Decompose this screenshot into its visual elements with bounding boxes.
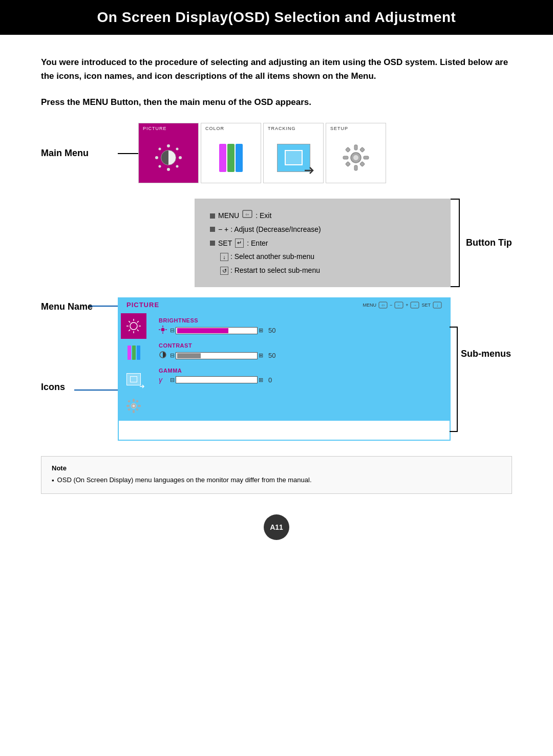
setup-visual (326, 133, 386, 183)
button-tip-area: MENU ⇦ : Exit − + : Adjust (Decrease/Inc… (41, 199, 512, 287)
menu-name-line (90, 306, 118, 307)
osd-sidebar (119, 311, 148, 421)
note-content: OSD (On Screen Display) menu languages o… (57, 475, 312, 485)
page-number-text: A11 (270, 523, 283, 531)
set-key-icon: ↵ (235, 239, 244, 247)
gamma-slider-row: γ ⊟ ⊞ 0 (159, 376, 439, 384)
tracking-visual (264, 133, 323, 183)
tip-text1: MENU (218, 209, 239, 223)
button-tip-bracket (451, 199, 460, 287)
note-section: Note ▪ OSD (On Screen Display) menu lang… (41, 456, 512, 494)
svg-point-7 (176, 165, 179, 168)
svg-point-9 (353, 155, 358, 160)
submenu-brightness: BRIGHTNESS (159, 317, 439, 335)
button-tip-line4: ↓ : Select another sub-menu (220, 250, 435, 264)
button-tip-line2: − + : Adjust (Decrease/Increase) (210, 223, 435, 236)
svg-rect-13 (364, 156, 369, 159)
menu-icon-color[interactable]: COLOR (201, 123, 261, 183)
button-tip-label-area: Button Tip (451, 199, 512, 287)
osd-header-bar: PICTURE MENU ⇦ − ← + → SET ↓ (119, 298, 450, 311)
contrast-fill (177, 353, 201, 358)
tip-text3b: : Enter (247, 236, 268, 250)
sidebar-item-tracking[interactable] (121, 366, 146, 392)
svg-rect-36 (136, 400, 139, 403)
menu-icon-tracking[interactable]: TRACKING (263, 123, 324, 183)
osd-menu-name: PICTURE (126, 301, 159, 309)
svg-rect-17 (360, 162, 365, 167)
contrast-bar (176, 352, 258, 359)
intro-paragraph1: You were introduced to the procedure of … (41, 55, 512, 83)
button-tip-box: MENU ⇦ : Exit − + : Adjust (Decrease/Inc… (195, 199, 451, 287)
button-tip-line1: MENU ⇦ : Exit (210, 209, 435, 223)
svg-rect-32 (133, 410, 135, 413)
svg-text:↓: ↓ (436, 303, 438, 308)
button-tip-line5: ↺ : Restart to select sub-menu (220, 264, 435, 277)
brightness-slider-row: ⊟ ⊞ 50 (159, 326, 439, 335)
svg-point-3 (179, 156, 182, 159)
svg-rect-35 (127, 400, 131, 403)
icons-line (74, 390, 118, 391)
sidebar-item-setup[interactable] (121, 393, 146, 419)
tip-text4: : Select another sub-menu (230, 252, 314, 261)
contrast-value: 50 (268, 352, 279, 359)
color-visual (201, 133, 261, 183)
brightness-track: ⊟ ⊞ (170, 327, 263, 334)
svg-rect-14 (346, 147, 351, 153)
svg-point-5 (176, 148, 179, 150)
restart-icon: ↺ (220, 267, 228, 275)
brightness-icon (159, 326, 167, 335)
plus-ctrl: + (406, 303, 408, 308)
svg-point-39 (161, 328, 165, 332)
osd-diagram-box: PICTURE MENU ⇦ − ← + → SET ↓ (118, 297, 451, 441)
svg-rect-12 (343, 156, 348, 159)
bullet1 (210, 213, 215, 219)
page-header: On Screen Display(OSD) Selection and Adj… (0, 0, 553, 35)
svg-point-28 (130, 322, 137, 330)
contrast-slider-row: ⊟ ⊞ 50 (159, 351, 439, 360)
brightness-bar (176, 327, 258, 334)
gamma-title: GAMMA (159, 368, 439, 374)
menu-icons-row: PICTURE (138, 123, 386, 183)
svg-point-2 (155, 156, 158, 159)
tip-text5: : Restart to select sub-menu (230, 266, 320, 274)
picture-label: PICTURE (139, 123, 198, 133)
gamma-icon: γ (159, 376, 167, 384)
contrast-minus: ⊟ (170, 352, 175, 359)
svg-rect-10 (354, 145, 357, 150)
sidebar-item-brightness[interactable] (121, 313, 146, 339)
osd-header-controls: MENU ⇦ − ← + → SET ↓ (363, 301, 442, 309)
submenu-contrast: CONTRAST ⊟ (159, 342, 439, 360)
svg-rect-16 (346, 162, 351, 167)
tip-text1b: : Exit (256, 209, 271, 223)
sub-menus-label: Sub-menus (461, 349, 511, 359)
menu-icon-setup[interactable]: SETUP (326, 123, 386, 183)
osd-body: BRIGHTNESS (119, 311, 450, 421)
menu-icon-picture[interactable]: PICTURE (138, 123, 199, 183)
svg-rect-31 (133, 399, 135, 402)
brightness-minus: ⊟ (170, 327, 175, 334)
button-tip-label: Button Tip (466, 237, 512, 248)
contrast-icon (159, 351, 167, 360)
osd-content: BRIGHTNESS (148, 311, 450, 421)
note-text: ▪ OSD (On Screen Display) menu languages… (52, 475, 501, 486)
gamma-plus: ⊞ (259, 377, 263, 383)
main-menu-label: Main Menu (41, 148, 118, 159)
page-badge: A11 (264, 514, 289, 540)
brightness-fill (177, 328, 228, 333)
svg-text:→: → (413, 303, 417, 308)
svg-point-4 (159, 148, 161, 150)
svg-text:⇦: ⇦ (381, 303, 385, 308)
tracking-label: TRACKING (264, 123, 323, 133)
contrast-track: ⊟ ⊞ (170, 352, 263, 359)
osd-right-labels: Sub-menus (451, 297, 512, 441)
sidebar-item-color[interactable] (121, 340, 146, 365)
submenu-gamma: GAMMA γ ⊟ ⊞ 0 (159, 368, 439, 384)
note-title: Note (52, 464, 501, 472)
svg-rect-11 (354, 165, 357, 170)
set-ctrl-label: SET (421, 303, 431, 308)
setup-label: SETUP (326, 123, 386, 133)
gamma-value: 0 (268, 376, 279, 384)
page-title: On Screen Display(OSD) Selection and Adj… (97, 9, 456, 25)
svg-rect-38 (136, 408, 139, 412)
color-label: COLOR (201, 123, 261, 133)
